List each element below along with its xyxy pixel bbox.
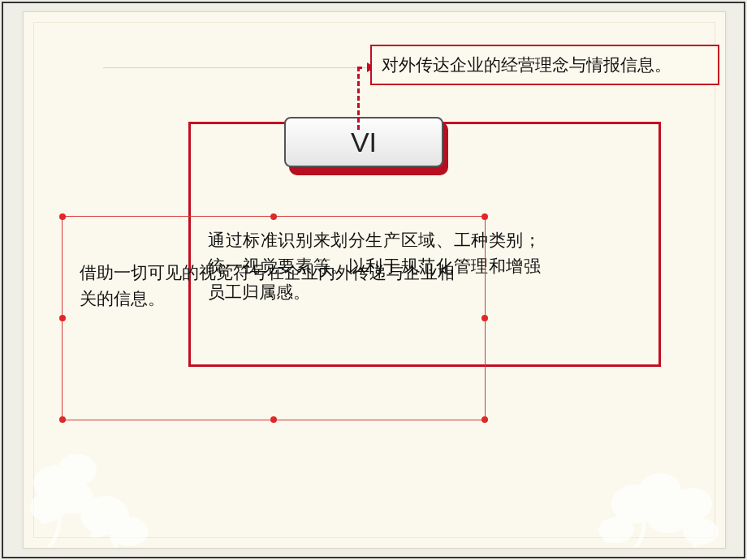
selection-rectangle[interactable] [62,216,486,420]
callout-text: 对外传达企业的经营理念与情报信息。 [382,54,671,76]
svg-point-5 [110,517,149,546]
leader-vertical [357,67,360,130]
resize-handle-top-middle[interactable] [270,213,277,220]
svg-point-6 [611,485,660,523]
resize-handle-bottom-middle[interactable] [270,416,277,423]
flower-decoration-right [587,402,725,548]
resize-handle-top-right[interactable] [481,213,488,220]
resize-handle-top-left[interactable] [59,213,66,220]
svg-point-1 [58,454,97,486]
resize-handle-left-middle[interactable] [59,315,66,321]
selection-text[interactable]: 借助一切可见的视觉符号在企业内外传递与企业相关的信息。 [80,260,469,312]
svg-point-7 [639,473,681,506]
callout-box: 对外传达企业的经营理念与情报信息。 [370,45,719,85]
svg-point-3 [30,493,66,522]
svg-point-11 [598,517,634,543]
resize-handle-bottom-right[interactable] [481,416,488,423]
resize-handle-bottom-left[interactable] [59,416,66,423]
svg-point-2 [51,481,93,514]
slide: 通过标准识别来划分生产区域、工种类别；统一视觉要素等。以利于规范化管理和增强员工… [0,0,747,560]
svg-point-9 [673,488,712,520]
svg-point-10 [683,519,719,545]
svg-point-8 [646,498,691,533]
svg-point-4 [80,496,129,535]
flower-decoration-left [24,402,162,548]
svg-point-0 [33,465,79,501]
resize-handle-right-middle[interactable] [481,315,488,321]
